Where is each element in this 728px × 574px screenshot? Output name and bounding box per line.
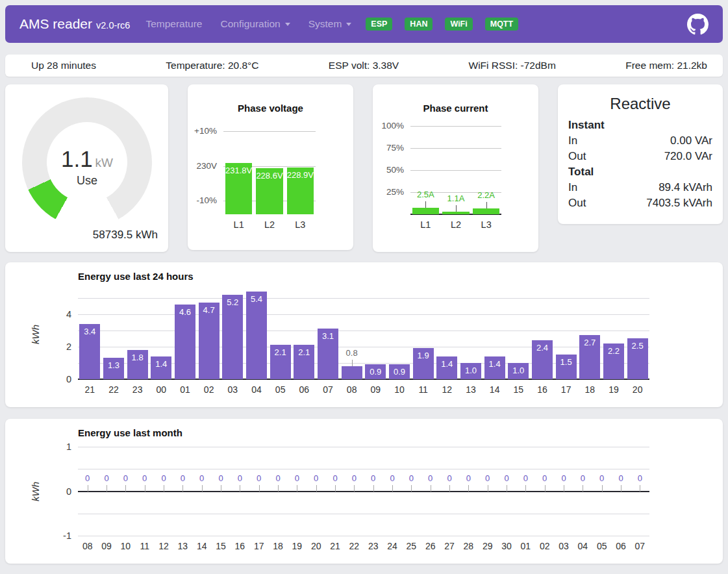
x-tick-label: 07 (316, 384, 340, 395)
label-pointer-line (164, 485, 164, 492)
app-header: AMS reader v2.0-rc6 Temperature Configur… (5, 5, 723, 43)
bar-value-label: 0.9 (364, 367, 388, 377)
x-tick-label: L2 (254, 219, 284, 230)
bar-value-label: 0 (383, 473, 401, 484)
bar-L1 (412, 208, 439, 214)
x-tick-label: 18 (578, 384, 602, 395)
row-label: In (568, 133, 577, 149)
x-tick-label: 10 (116, 541, 135, 551)
bar-value-label: 0 (288, 473, 307, 484)
nav-system[interactable]: System (308, 18, 352, 30)
y-tick-label: 50% (386, 164, 404, 176)
github-link[interactable] (687, 14, 709, 35)
power-unit: kW (95, 156, 113, 170)
x-tick-label: 20 (307, 541, 325, 551)
bar-value-label: 0 (268, 473, 287, 484)
gridline (78, 536, 649, 536)
bar-value-label: 0 (573, 473, 592, 484)
top-cards-row: 1.1 kW Use 58739.5 kWh Phase voltage +10… (5, 84, 723, 252)
section-title: Instant (568, 118, 605, 133)
x-tick-label: 03 (221, 384, 245, 395)
bar-value-label: 0 (535, 473, 554, 484)
gridline (78, 331, 649, 331)
y-tick-label: +10% (194, 125, 217, 137)
x-tick-label: 24 (383, 541, 401, 551)
label-pointer-line (240, 485, 240, 492)
nav-temperature[interactable]: Temperature (145, 18, 202, 30)
bar-value-label: 0 (192, 473, 211, 484)
y-axis-label: kWh (30, 482, 41, 501)
x-tick-label: 22 (102, 384, 126, 395)
x-tick-label: 29 (478, 541, 497, 551)
x-tick-label: 13 (173, 541, 192, 551)
bar-value-label: 1.0 (459, 366, 483, 376)
phase-voltage-title: Phase voltage (188, 103, 353, 114)
x-tick-label: 15 (211, 541, 230, 551)
wifi-rssi-status: WiFi RSSI: -72dBm (469, 60, 556, 71)
bar-value-label: 2.2A (471, 190, 501, 201)
label-pointer-line (259, 485, 260, 492)
reactive-title: Reactive (558, 95, 723, 113)
bar-04 (246, 292, 267, 379)
y-tick-label: 25% (386, 186, 404, 198)
x-tick-label: 20 (625, 384, 649, 395)
bar-value-label: 1.4 (435, 359, 459, 369)
energy-24h-plot: kWh 4203.4211.3221.8231.4004.6014.7025.2… (78, 290, 649, 379)
power-value: 1.1 (61, 146, 93, 172)
chevron-down-icon (346, 23, 351, 26)
bar-value-label: 0 (631, 473, 649, 484)
energy-last-month-card: Energy use last month kWh 10-10080090100… (5, 419, 723, 564)
x-tick-label: 16 (231, 541, 249, 551)
app-brand[interactable]: AMS reader v2.0-rc6 (19, 16, 130, 32)
x-tick-label: 00 (149, 384, 173, 395)
bar-value-label: 0.8 (340, 348, 364, 358)
status-badges: ESP HAN WiFi MQTT (366, 18, 518, 31)
row-value: 720.0 VAr (664, 149, 712, 164)
x-tick-label: 04 (573, 541, 592, 551)
free-mem-status: Free mem: 21.2kb (625, 60, 707, 71)
bar-value-label: 0 (459, 473, 478, 484)
total-energy-counter: 58739.5 kWh (93, 229, 158, 242)
x-tick-label: 19 (602, 384, 626, 395)
x-tick-label: 04 (245, 384, 269, 395)
x-tick-label: L1 (223, 219, 254, 230)
label-pointer-line (425, 201, 426, 208)
x-tick-label: 12 (435, 384, 459, 395)
bar-value-label: 1.5 (554, 357, 578, 368)
x-tick-label: 15 (507, 384, 531, 395)
nav-configuration[interactable]: Configuration (220, 18, 290, 30)
gridline (78, 447, 649, 447)
label-pointer-line (373, 485, 374, 492)
bar-value-label: 3.4 (78, 327, 102, 337)
y-tick-label: -1 (63, 530, 71, 542)
label-pointer-line (125, 485, 126, 492)
main-nav: Temperature Configuration System (145, 18, 351, 30)
bar-value-label: 4.7 (197, 305, 221, 316)
bar-value-label: 0 (154, 473, 173, 484)
bar-value-label: 0 (402, 473, 421, 484)
bar-value-label: 2.4 (531, 343, 555, 353)
chevron-down-icon (285, 23, 290, 26)
gridline (78, 469, 649, 469)
reactive-instant-header: Instant (558, 118, 723, 133)
temperature-status: Temperature: 20.8°C (166, 60, 258, 71)
energy-last-24h-card: Energy use last 24 hours kWh 4203.4211.3… (5, 262, 723, 407)
x-tick-label: 03 (554, 541, 573, 551)
reactive-total-in-row: In 89.4 kVArh (558, 180, 723, 195)
gauge-label: Use (77, 174, 97, 188)
label-pointer-line (621, 485, 621, 492)
energy-month-title: Energy use last month (78, 427, 182, 438)
bar-L3 (473, 208, 499, 214)
y-tick-label: 1 (66, 441, 71, 453)
bar-value-label: 5.2 (221, 297, 245, 308)
label-pointer-line (145, 485, 145, 492)
x-tick-label: 28 (459, 541, 478, 551)
y-tick-label: 0 (66, 486, 71, 497)
github-icon (687, 14, 709, 35)
x-tick-label: 14 (192, 541, 211, 551)
energy-24h-title: Energy use last 24 hours (78, 271, 194, 282)
row-value: 0.00 VAr (670, 133, 712, 149)
row-label: Out (568, 195, 586, 211)
bar-value-label: 0 (307, 473, 325, 484)
phase-voltage-plot: +10%230V-10%231.8VL1228.6VL2228.9VL3 (223, 127, 316, 214)
